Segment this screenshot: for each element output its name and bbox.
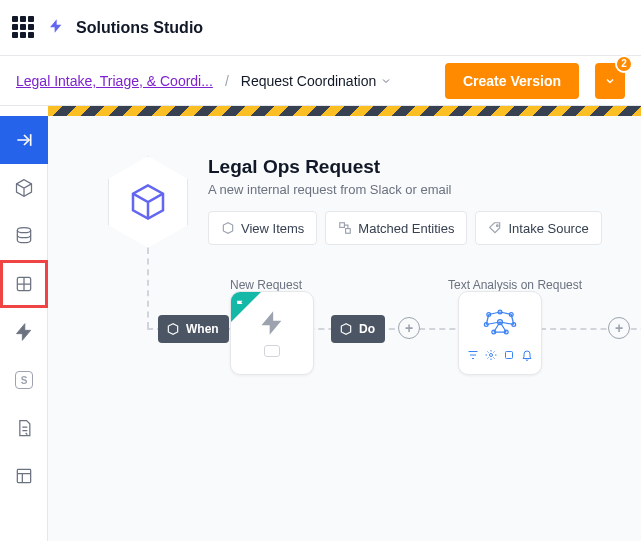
hero-hex-icon[interactable] <box>108 156 188 248</box>
view-items-label: View Items <box>241 221 304 236</box>
workflow-canvas[interactable]: Legal Ops Request A new internal request… <box>48 116 641 541</box>
sidebar-item-s[interactable]: S <box>0 356 48 404</box>
bolt-icon <box>48 18 64 38</box>
breadcrumb-current-label: Request Coordination <box>241 73 376 89</box>
do-pill[interactable]: Do <box>331 315 385 343</box>
add-step-button-2[interactable]: + <box>608 317 630 339</box>
filter-icon <box>467 349 479 361</box>
create-version-button[interactable]: Create Version <box>445 63 579 99</box>
flag-icon <box>235 295 245 313</box>
sidebar-item-collapse[interactable] <box>0 116 48 164</box>
bell-icon <box>521 349 533 361</box>
sidebar-item-layout[interactable] <box>0 452 48 500</box>
hero-title: Legal Ops Request <box>208 156 602 178</box>
text-analysis-card[interactable] <box>458 291 542 375</box>
svg-point-14 <box>490 354 493 357</box>
card-footer-icons <box>467 349 533 361</box>
app-title: Solutions Studio <box>76 19 203 37</box>
cube-icon <box>221 221 235 235</box>
new-request-card[interactable] <box>230 291 314 375</box>
breadcrumb-current[interactable]: Request Coordination <box>241 73 392 89</box>
sidebar-item-apps[interactable] <box>0 260 48 308</box>
breadcrumb-parent[interactable]: Legal Intake, Triage, & Coordi... <box>16 73 213 89</box>
match-icon <box>338 221 352 235</box>
hero-subtitle: A new internal request from Slack or ema… <box>208 182 602 197</box>
breadcrumb-bar: Legal Intake, Triage, & Coordi... / Requ… <box>0 56 641 106</box>
hero-node: Legal Ops Request A new internal request… <box>108 156 602 248</box>
do-label: Do <box>359 322 375 336</box>
add-step-button-1[interactable]: + <box>398 317 420 339</box>
breadcrumb-separator: / <box>225 73 229 89</box>
matched-label: Matched Entities <box>358 221 454 236</box>
when-label: When <box>186 322 219 336</box>
sidebar: S <box>0 116 48 541</box>
chevron-down-icon <box>604 75 616 87</box>
top-bar: Solutions Studio <box>0 0 641 56</box>
text-analysis-label: Text Analysis on Request <box>448 278 582 292</box>
when-pill[interactable]: When <box>158 315 229 343</box>
cube-icon <box>166 322 180 336</box>
caution-stripe <box>48 106 641 116</box>
svg-rect-2 <box>17 469 30 482</box>
create-version-more-button[interactable]: 2 <box>595 63 625 99</box>
sidebar-item-database[interactable] <box>0 212 48 260</box>
tag-icon <box>488 221 502 235</box>
chevron-down-icon <box>380 75 392 87</box>
sidebar-item-automation[interactable] <box>0 308 48 356</box>
sidebar-item-document[interactable] <box>0 404 48 452</box>
bolt-icon <box>258 309 286 337</box>
svg-rect-4 <box>346 229 351 234</box>
svg-rect-15 <box>506 352 513 359</box>
version-badge: 2 <box>615 55 633 73</box>
svg-point-5 <box>497 225 499 227</box>
view-items-button[interactable]: View Items <box>208 211 317 245</box>
gear-icon <box>485 349 497 361</box>
new-request-label: New Request <box>230 278 302 292</box>
cube-icon <box>339 322 353 336</box>
brain-icon <box>480 305 520 339</box>
card-slot-icon <box>264 345 280 357</box>
app-launcher-icon[interactable] <box>12 16 36 40</box>
svg-rect-3 <box>340 223 345 228</box>
intake-source-button[interactable]: Intake Source <box>475 211 601 245</box>
connector-vertical <box>147 248 149 328</box>
square-icon <box>503 349 515 361</box>
matched-entities-button[interactable]: Matched Entities <box>325 211 467 245</box>
intake-label: Intake Source <box>508 221 588 236</box>
sidebar-item-box[interactable] <box>0 164 48 212</box>
svg-point-0 <box>17 228 30 233</box>
